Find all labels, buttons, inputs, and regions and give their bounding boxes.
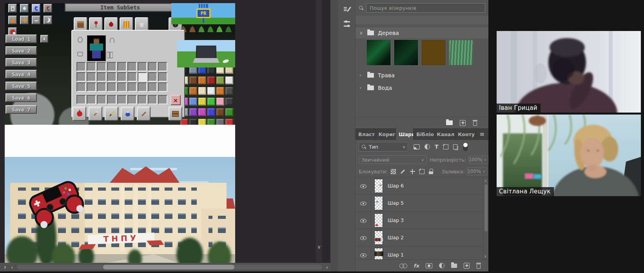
- tmi-trash-button[interactable]: [8, 4, 17, 13]
- tmi-night-button[interactable]: C: [44, 4, 52, 13]
- pattern-group-trees[interactable]: ∨ Дерева: [356, 27, 488, 38]
- palette-block[interactable]: [216, 98, 224, 106]
- inventory-slot[interactable]: [148, 95, 157, 104]
- layer-mask-icon[interactable]: [426, 263, 432, 268]
- visibility-cell[interactable]: [356, 212, 371, 229]
- palette-plant-block[interactable]: [189, 26, 196, 32]
- new-group-icon[interactable]: [451, 264, 457, 268]
- type-layer-filter-icon[interactable]: T: [435, 144, 439, 150]
- palette-block[interactable]: [198, 98, 206, 106]
- inventory-slot[interactable]: [107, 62, 116, 71]
- palette-block[interactable]: [225, 76, 233, 84]
- tab-combat[interactable]: [105, 107, 118, 121]
- lock-all-icon[interactable]: [429, 169, 433, 174]
- chevron-right-icon[interactable]: ›: [359, 73, 363, 78]
- palette-plant-block[interactable]: [198, 26, 205, 32]
- inventory-slot[interactable]: [127, 62, 137, 71]
- horizontal-scrollbar[interactable]: [17, 265, 322, 269]
- tab-properties[interactable]: Власти: [356, 128, 376, 140]
- inventory-slot[interactable]: [117, 82, 127, 92]
- save-button[interactable]: Save 7: [5, 105, 37, 114]
- vertical-scrollbar[interactable]: ∨: [316, 0, 322, 262]
- palette-block[interactable]: [189, 119, 197, 125]
- palette-block[interactable]: [207, 119, 215, 125]
- inventory-slot[interactable]: [117, 95, 127, 104]
- visibility-cell[interactable]: [356, 229, 371, 246]
- tmi-sun-button[interactable]: [20, 16, 29, 24]
- palette-block[interactable]: [225, 98, 233, 106]
- tab-tools[interactable]: [89, 107, 102, 121]
- inventory-slot[interactable]: [76, 72, 86, 82]
- layer-filter-toggle[interactable]: [463, 142, 468, 151]
- inventory-slot[interactable]: [107, 82, 116, 92]
- tab-redstone[interactable]: [104, 17, 118, 31]
- eye-icon[interactable]: [360, 217, 367, 224]
- fill-dropdown-icon[interactable]: ∨: [481, 167, 487, 175]
- palette-block[interactable]: [216, 87, 224, 95]
- inventory-slot[interactable]: [117, 72, 127, 82]
- tab-dirt[interactable]: [74, 17, 87, 31]
- save-button[interactable]: Save 5: [5, 82, 37, 90]
- inventory-slot[interactable]: [97, 82, 106, 92]
- tmi-lava-button[interactable]: [8, 16, 17, 24]
- layer-thumbnail[interactable]: [374, 179, 383, 193]
- pixel-layer-filter-icon[interactable]: [414, 144, 420, 149]
- palette-block[interactable]: [207, 76, 215, 84]
- layer-thumbnail[interactable]: [374, 213, 383, 228]
- eye-icon[interactable]: [360, 252, 367, 258]
- chevron-down-icon[interactable]: ∨: [359, 30, 363, 36]
- palette-plant-block[interactable]: [207, 26, 214, 32]
- layer-row[interactable]: Шар 2: [356, 229, 488, 246]
- palette-block[interactable]: [189, 98, 197, 106]
- new-group-folder-icon[interactable]: [446, 120, 453, 125]
- inventory-slot[interactable]: [138, 95, 147, 104]
- pattern-search-input[interactable]: [366, 3, 485, 13]
- inventory-slot[interactable]: [127, 95, 137, 104]
- inventory-slot[interactable]: [158, 95, 167, 104]
- tab-libraries[interactable]: Бібліот: [414, 128, 434, 140]
- pattern-group-grass[interactable]: › Трава: [356, 70, 488, 81]
- save-button[interactable]: Save 6: [5, 93, 37, 102]
- palette-block[interactable]: [225, 108, 233, 116]
- link-layers-icon[interactable]: [399, 264, 407, 268]
- palette-block[interactable]: [207, 98, 215, 106]
- palette-block[interactable]: [198, 87, 206, 95]
- layers-scrollbar-thumb[interactable]: [484, 184, 488, 231]
- tab-materials[interactable]: [137, 107, 151, 121]
- scroll-right-icon[interactable]: ›: [326, 264, 328, 270]
- tab-paths[interactable]: Контур: [455, 128, 475, 140]
- palette-block[interactable]: [189, 87, 197, 95]
- brush-settings-panel-button[interactable]: [341, 3, 353, 15]
- tab-bucket[interactable]: [135, 17, 149, 31]
- layer-thumbnail[interactable]: [374, 248, 383, 260]
- expand-panel-icon[interactable]: ›: [4, 264, 6, 271]
- tmi-day-button[interactable]: C: [32, 4, 40, 13]
- pattern-thumbnail[interactable]: [366, 40, 391, 66]
- inventory-slot[interactable]: [127, 82, 137, 92]
- inventory-slot[interactable]: [148, 72, 157, 82]
- scroll-left-icon[interactable]: ‹: [11, 264, 13, 270]
- panel-menu-icon[interactable]: ≡: [475, 128, 488, 140]
- palette-block[interactable]: [198, 76, 206, 84]
- inventory-slot[interactable]: [127, 72, 137, 82]
- palette-block[interactable]: [216, 76, 224, 84]
- palette-block[interactable]: [216, 108, 224, 116]
- smart-object-filter-icon[interactable]: [453, 144, 457, 149]
- blend-mode-select[interactable]: Звичайний ∨: [359, 155, 427, 164]
- tab-adjustments[interactable]: Коригу: [376, 128, 396, 140]
- new-pattern-icon[interactable]: [460, 120, 466, 126]
- inventory-slot[interactable]: [138, 72, 147, 82]
- new-layer-icon[interactable]: [464, 263, 470, 269]
- layer-thumbnail[interactable]: [374, 196, 383, 210]
- shape-layer-filter-icon[interactable]: [443, 144, 448, 149]
- inventory-slot[interactable]: [138, 82, 147, 92]
- palette-block[interactable]: [189, 108, 197, 116]
- visibility-cell[interactable]: [356, 177, 371, 194]
- scroll-down-icon[interactable]: ∨: [484, 254, 487, 258]
- visibility-cell[interactable]: [356, 195, 371, 211]
- pattern-thumbnail[interactable]: [449, 40, 473, 66]
- helmet-slot-icon[interactable]: [78, 37, 83, 43]
- lock-transparency-icon[interactable]: [391, 169, 396, 174]
- inventory-slot[interactable]: [76, 82, 86, 92]
- inventory-slot[interactable]: [117, 62, 127, 71]
